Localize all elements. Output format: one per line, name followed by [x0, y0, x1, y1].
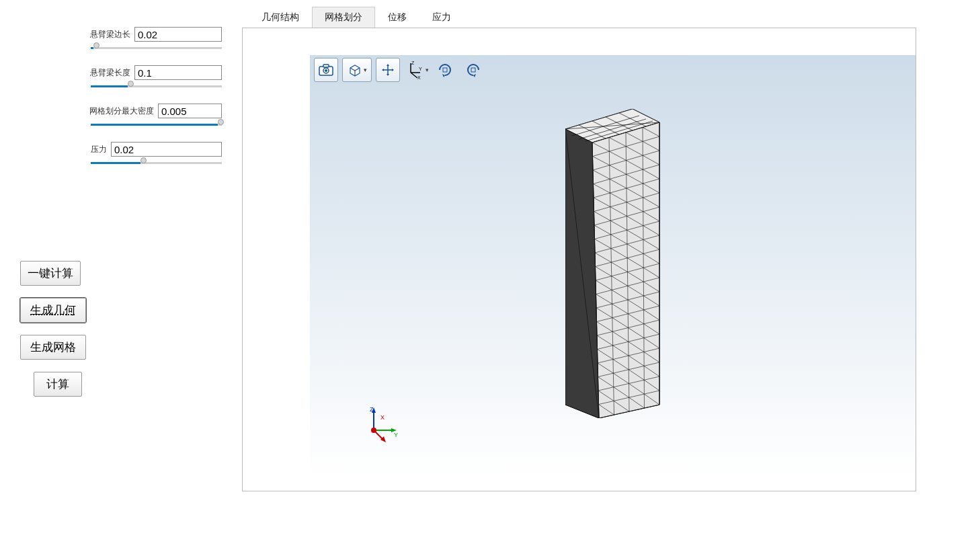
param-label: 悬臂梁边长: [90, 29, 130, 40]
svg-point-141: [371, 428, 376, 433]
length-slider[interactable]: [91, 83, 222, 85]
tab-geometry[interactable]: 几何结构: [249, 7, 312, 28]
chevron-down-icon: ▾: [426, 67, 429, 73]
pan-icon[interactable]: [376, 58, 400, 82]
svg-point-3: [325, 69, 327, 72]
param-label: 网格划分最大密度: [89, 106, 154, 117]
param-row-pressure: 压力: [20, 142, 222, 157]
tab-bar: 几何结构 网格划分 位移 应力: [249, 7, 916, 28]
edge-length-slider[interactable]: [91, 44, 222, 46]
axis-triad-icon: Z Y X: [360, 403, 401, 444]
svg-rect-1: [323, 65, 329, 67]
button-section: 一键计算 生成几何 生成网格 计算: [20, 261, 222, 409]
slider-pressure-wrap: [20, 159, 222, 161]
svg-line-8: [411, 73, 417, 78]
mesh-3d-render: [565, 109, 673, 418]
pressure-slider[interactable]: [91, 159, 222, 161]
viewer-toolbar: ▾ Z Y X ▾: [314, 58, 485, 82]
viewer-frame: ▾ Z Y X ▾: [242, 28, 916, 491]
slider-edge-length-wrap: [20, 44, 222, 46]
camera-icon[interactable]: [314, 58, 338, 82]
param-row-length: 悬臂梁长度: [20, 65, 222, 80]
svg-marker-14: [592, 122, 659, 418]
edge-length-input[interactable]: [134, 27, 222, 42]
compute-button[interactable]: 计算: [34, 372, 82, 397]
main-panel: 几何结构 网格划分 位移 应力 ▾ Z Y: [242, 0, 970, 560]
mesh-density-input[interactable]: [158, 104, 222, 118]
svg-text:Y: Y: [394, 432, 398, 438]
rotate-cw-icon[interactable]: [433, 58, 457, 82]
rotate-ccw-icon[interactable]: [461, 58, 485, 82]
chevron-down-icon: ▾: [364, 67, 367, 73]
axis-selector[interactable]: Z Y X ▾: [404, 61, 429, 79]
svg-text:Z: Z: [411, 61, 415, 65]
svg-text:Z: Z: [370, 406, 374, 413]
slider-mesh-density-wrap: [20, 121, 222, 123]
tab-mesh[interactable]: 网格划分: [312, 7, 375, 28]
tab-stress[interactable]: 应力: [419, 7, 464, 28]
param-label: 悬臂梁长度: [90, 67, 130, 79]
param-row-mesh-density: 网格划分最大密度: [20, 104, 222, 118]
sidebar: 悬臂梁边长 悬臂梁长度 网格划分最大密度 压力: [0, 0, 242, 560]
viewer-canvas[interactable]: ▾ Z Y X ▾: [310, 55, 916, 477]
cube-view-icon[interactable]: ▾: [342, 58, 372, 82]
one-click-compute-button[interactable]: 一键计算: [20, 261, 81, 286]
param-label: 压力: [91, 144, 107, 155]
param-row-edge-length: 悬臂梁边长: [20, 27, 222, 42]
generate-geometry-button[interactable]: 生成几何: [20, 298, 86, 323]
svg-text:X: X: [380, 414, 385, 421]
svg-text:X: X: [417, 75, 421, 79]
svg-rect-11: [471, 68, 475, 72]
svg-rect-10: [443, 68, 447, 72]
length-input[interactable]: [134, 65, 222, 80]
generate-mesh-button[interactable]: 生成网格: [20, 335, 86, 360]
pressure-input[interactable]: [111, 142, 222, 157]
mesh-density-slider[interactable]: [91, 121, 222, 123]
slider-length-wrap: [20, 83, 222, 85]
tab-displacement[interactable]: 位移: [375, 7, 419, 28]
svg-text:Y: Y: [419, 67, 422, 71]
